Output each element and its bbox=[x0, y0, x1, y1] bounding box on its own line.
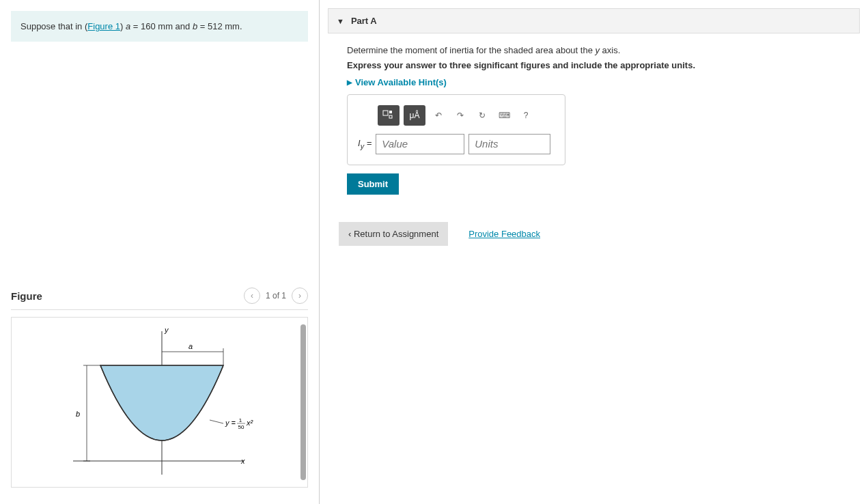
symbols-button[interactable]: μÅ bbox=[404, 105, 425, 126]
figure-nav: ‹ 1 of 1 › bbox=[244, 288, 308, 304]
figure-prev-button[interactable]: ‹ bbox=[244, 288, 260, 304]
figure-next-button[interactable]: › bbox=[292, 288, 308, 304]
answer-toolbar: μÅ ↶ ↷ ↻ ⌨ ? bbox=[358, 105, 555, 126]
svg-rect-19 bbox=[389, 111, 392, 113]
left-panel: Suppose that in (Figure 1) a = 160 mm an… bbox=[0, 0, 320, 504]
right-panel: ▼ Part A Determine the moment of inertia… bbox=[320, 0, 868, 504]
chevron-right-icon: ▶ bbox=[347, 79, 352, 86]
part-a-header[interactable]: ▼ Part A bbox=[328, 8, 860, 33]
svg-text:x²: x² bbox=[246, 419, 253, 427]
svg-line-10 bbox=[210, 420, 223, 423]
instruction-text: Express your answer to three significant… bbox=[347, 60, 841, 70]
submit-button[interactable]: Submit bbox=[347, 173, 399, 195]
hints-label: View Available Hint(s) bbox=[355, 77, 447, 87]
return-button[interactable]: ‹ Return to Assignment bbox=[339, 222, 448, 246]
svg-rect-20 bbox=[389, 115, 392, 118]
svg-text:a: a bbox=[188, 342, 193, 350]
hints-toggle[interactable]: ▶ View Available Hint(s) bbox=[347, 77, 841, 87]
svg-rect-18 bbox=[383, 111, 388, 115]
collapse-icon: ▼ bbox=[337, 17, 344, 25]
figure-section: Figure ‹ 1 of 1 › bbox=[0, 288, 319, 488]
figure-count: 1 of 1 bbox=[266, 291, 286, 300]
value-input[interactable] bbox=[376, 134, 464, 154]
answer-label: Iy = bbox=[358, 138, 372, 150]
part-label: Part A bbox=[351, 16, 377, 26]
a-text: = 160 mm and bbox=[130, 21, 193, 31]
chevron-left-icon: ‹ bbox=[348, 229, 354, 239]
question-prefix: Determine the moment of inertia for the … bbox=[347, 45, 596, 55]
svg-text:1: 1 bbox=[239, 417, 242, 423]
figure-header: Figure ‹ 1 of 1 › bbox=[11, 288, 308, 310]
figure-link[interactable]: Figure 1 bbox=[87, 21, 120, 31]
reset-button[interactable]: ↻ bbox=[473, 105, 491, 126]
figure-scrollbar[interactable] bbox=[300, 324, 306, 480]
question-suffix: axis. bbox=[600, 45, 620, 55]
feedback-link[interactable]: Provide Feedback bbox=[468, 229, 540, 239]
figure-title: Figure bbox=[11, 290, 42, 302]
redo-button[interactable]: ↷ bbox=[451, 105, 469, 126]
svg-text:b: b bbox=[76, 410, 80, 418]
figure-svg: a b y = 1 50 x² y x bbox=[18, 324, 305, 481]
keyboard-button[interactable]: ⌨ bbox=[495, 105, 513, 126]
svg-text:y: y bbox=[164, 326, 169, 334]
templates-button[interactable] bbox=[378, 105, 400, 126]
b-text: = 512 mm. bbox=[197, 21, 242, 31]
figure-image: a b y = 1 50 x² y x bbox=[11, 317, 308, 488]
problem-statement: Suppose that in (Figure 1) a = 160 mm an… bbox=[11, 11, 308, 42]
units-input[interactable] bbox=[468, 134, 550, 154]
problem-prefix: Suppose that in ( bbox=[20, 21, 87, 31]
help-button[interactable]: ? bbox=[517, 105, 535, 126]
return-label: Return to Assignment bbox=[354, 229, 438, 239]
answer-box: μÅ ↶ ↷ ↻ ⌨ ? Iy = bbox=[347, 94, 565, 165]
part-body: Determine the moment of inertia for the … bbox=[320, 33, 868, 256]
undo-button[interactable]: ↶ bbox=[430, 105, 447, 126]
svg-text:x: x bbox=[240, 457, 245, 465]
problem-middle: ) bbox=[120, 21, 126, 31]
bottom-row: ‹ Return to Assignment Provide Feedback bbox=[347, 222, 841, 246]
answer-row: Iy = bbox=[358, 134, 555, 154]
svg-text:y =: y = bbox=[225, 419, 236, 427]
svg-text:50: 50 bbox=[238, 424, 244, 430]
question-text: Determine the moment of inertia for the … bbox=[347, 44, 841, 57]
